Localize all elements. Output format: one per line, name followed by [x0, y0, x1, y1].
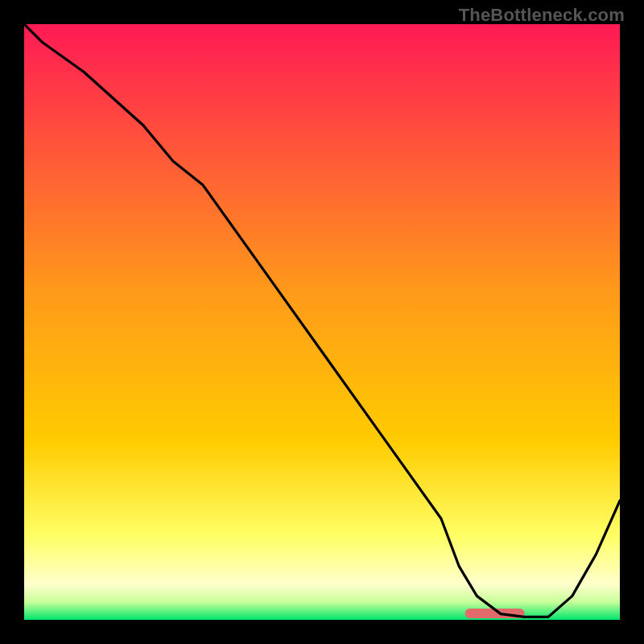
chart-root: TheBottleneck.com: [0, 0, 644, 644]
plot-area: [24, 24, 620, 620]
gradient-background: [24, 24, 620, 620]
plot-svg: [24, 24, 620, 620]
watermark-label: TheBottleneck.com: [459, 5, 625, 26]
